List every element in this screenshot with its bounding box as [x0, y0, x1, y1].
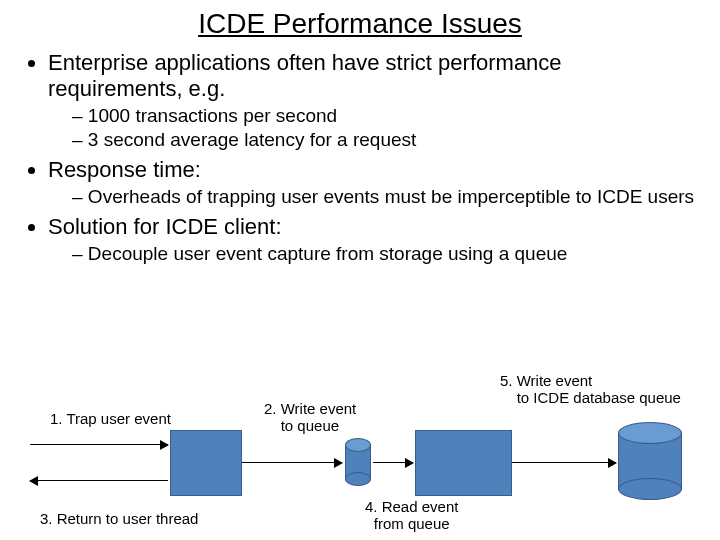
step-4-line2: from queue: [374, 515, 450, 532]
step-4-line1: 4. Read event: [365, 498, 458, 515]
bullet-1-text: Enterprise applications often have stric…: [48, 50, 562, 101]
slide: ICDE Performance Issues Enterprise appli…: [0, 0, 720, 540]
trap-box: [170, 430, 242, 496]
bullet-1-2: 3 second average latency for a request: [72, 128, 700, 151]
bullet-2-sublist: Overheads of trapping user events must b…: [48, 185, 700, 208]
step-2-caption: 2. Write event to queue: [264, 400, 356, 435]
bullet-list: Enterprise applications often have stric…: [20, 50, 700, 266]
bullet-3-sublist: Decouple user event capture from storage…: [48, 242, 700, 265]
step-1-caption: 1. Trap user event: [50, 410, 171, 427]
bullet-1-1: 1000 transactions per second: [72, 104, 700, 127]
arrow-trap-return: [30, 480, 168, 481]
step-4-caption: 4. Read event from queue: [365, 498, 458, 533]
arrow-write-queue: [242, 462, 342, 463]
queue-diagram: 1. Trap user event 2. Write event to que…: [0, 370, 720, 540]
bullet-2-1: Overheads of trapping user events must b…: [72, 185, 700, 208]
bullet-3-text: Solution for ICDE client:: [48, 214, 282, 239]
step-5-line1: 5. Write event: [500, 372, 592, 389]
step-2-line1: 2. Write event: [264, 400, 356, 417]
bullet-3: Solution for ICDE client: Decouple user …: [48, 214, 700, 265]
database-cylinder: [618, 422, 682, 500]
step-5-line2: to ICDE database queue: [517, 389, 681, 406]
step-2-line2: to queue: [281, 417, 339, 434]
slide-title: ICDE Performance Issues: [20, 8, 700, 40]
arrow-write-db: [512, 462, 616, 463]
bullet-1: Enterprise applications often have stric…: [48, 50, 700, 151]
bullet-2-text: Response time:: [48, 157, 201, 182]
step-3-caption: 3. Return to user thread: [40, 510, 198, 527]
bullet-2: Response time: Overheads of trapping use…: [48, 157, 700, 208]
arrow-trap-in: [30, 444, 168, 445]
step-5-caption: 5. Write event to ICDE database queue: [500, 372, 681, 407]
bullet-3-1: Decouple user event capture from storage…: [72, 242, 700, 265]
queue-cylinder: [345, 438, 371, 486]
bullet-1-sublist: 1000 transactions per second 3 second av…: [48, 104, 700, 151]
arrow-read-queue: [373, 462, 413, 463]
reader-box: [415, 430, 512, 496]
